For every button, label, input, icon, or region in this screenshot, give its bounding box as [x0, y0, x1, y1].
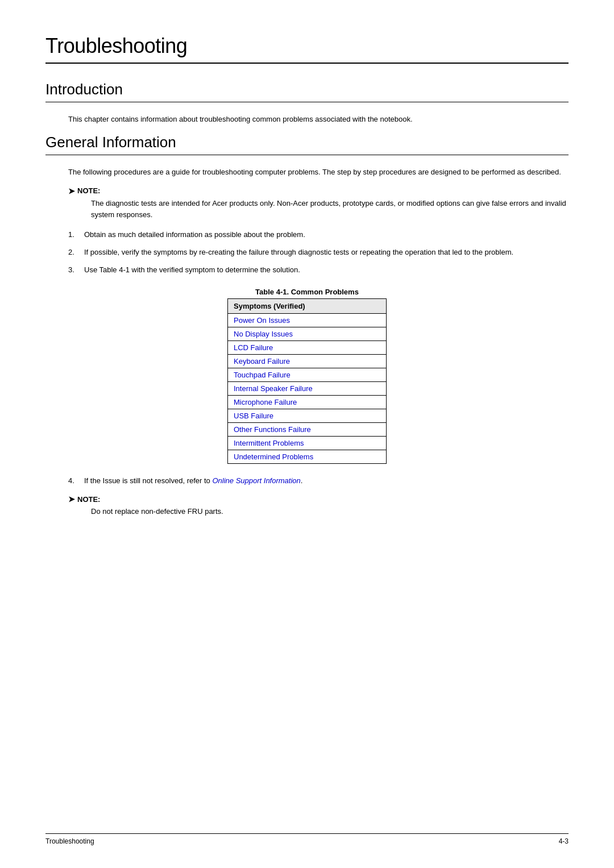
- introduction-heading: Introduction: [45, 81, 569, 98]
- table-link[interactable]: Intermittent Problems: [234, 439, 304, 447]
- table-link[interactable]: USB Failure: [234, 412, 273, 420]
- note1-heading: NOTE:: [77, 186, 100, 195]
- step-2-num: 2.: [68, 247, 80, 259]
- table-link[interactable]: Undetermined Problems: [234, 452, 313, 461]
- note2-heading: NOTE:: [77, 495, 100, 504]
- chapter-title-divider: [45, 63, 569, 64]
- step-2: 2. If possible, verify the symptoms by r…: [68, 247, 569, 259]
- note1-block: ➤ NOTE: The diagnostic tests are intende…: [45, 186, 569, 222]
- table-row: Touchpad Failure: [228, 368, 387, 381]
- general-information-intro: The following procedures are a guide for…: [68, 167, 569, 178]
- step-4-text-before: If the Issue is still not resolved, refe…: [84, 476, 212, 485]
- note1-content: The diagnostic tests are intended for Ac…: [91, 198, 569, 222]
- introduction-divider: [45, 102, 569, 102]
- table-cell[interactable]: Intermittent Problems: [228, 436, 387, 450]
- note2-label: ➤ NOTE:: [68, 495, 569, 504]
- table-link[interactable]: Microphone Failure: [234, 398, 297, 406]
- note1-label: ➤ NOTE:: [68, 186, 569, 196]
- page-footer: Troubleshooting 4-3: [45, 833, 569, 845]
- step-3-text: Use Table 4-1 with the verified symptom …: [84, 264, 300, 276]
- table-row: Microphone Failure: [228, 395, 387, 409]
- table-row: Power On Issues: [228, 313, 387, 327]
- step-4-container: 4. If the Issue is still not resolved, r…: [68, 475, 569, 487]
- table-cell[interactable]: USB Failure: [228, 409, 387, 422]
- table-row: Internal Speaker Failure: [228, 381, 387, 395]
- note2-content: Do not replace non-defective FRU parts.: [91, 506, 569, 518]
- table-row: Intermittent Problems: [228, 436, 387, 450]
- table-title: Table 4-1. Common Problems: [227, 288, 387, 296]
- table-row: No Display Issues: [228, 327, 387, 340]
- note2-arrow: ➤: [68, 495, 75, 504]
- table-cell[interactable]: LCD Failure: [228, 340, 387, 354]
- online-support-link[interactable]: Online Support Information: [212, 476, 300, 485]
- table-link[interactable]: Internal Speaker Failure: [234, 384, 313, 393]
- table-cell[interactable]: Other Functions Failure: [228, 422, 387, 436]
- step-1-text: Obtain as much detailed information as p…: [84, 229, 305, 241]
- step-2-text: If possible, verify the symptoms by re-c…: [84, 247, 513, 259]
- table-link[interactable]: No Display Issues: [234, 330, 293, 338]
- table-cell[interactable]: Touchpad Failure: [228, 368, 387, 381]
- table-column-header: Symptoms (Verified): [228, 298, 387, 313]
- step-3: 3. Use Table 4-1 with the verified sympt…: [68, 264, 569, 276]
- general-information-heading: General Information: [45, 134, 569, 151]
- note2-block: ➤ NOTE: Do not replace non-defective FRU…: [45, 495, 569, 518]
- table-link[interactable]: Power On Issues: [234, 316, 290, 325]
- note1-arrow: ➤: [68, 186, 75, 196]
- table-row: Keyboard Failure: [228, 354, 387, 368]
- steps-list: 1. Obtain as much detailed information a…: [68, 229, 569, 276]
- chapter-title: Troubleshooting: [45, 34, 569, 58]
- table-link[interactable]: Keyboard Failure: [234, 357, 290, 366]
- table-link[interactable]: Other Functions Failure: [234, 425, 311, 434]
- introduction-body: This chapter contains information about …: [68, 114, 569, 126]
- step-1: 1. Obtain as much detailed information a…: [68, 229, 569, 241]
- footer-right: 4-3: [559, 837, 569, 845]
- table-cell[interactable]: Microphone Failure: [228, 395, 387, 409]
- table-row: USB Failure: [228, 409, 387, 422]
- table-row: Other Functions Failure: [228, 422, 387, 436]
- page-container: Troubleshooting Introduction This chapte…: [45, 34, 569, 518]
- common-problems-table: Symptoms (Verified) Power On IssuesNo Di…: [227, 298, 387, 464]
- table-cell[interactable]: Power On Issues: [228, 313, 387, 327]
- table-row: Undetermined Problems: [228, 450, 387, 463]
- table-cell[interactable]: No Display Issues: [228, 327, 387, 340]
- table-container: Table 4-1. Common Problems Symptoms (Ver…: [227, 288, 387, 464]
- table-cell[interactable]: Undetermined Problems: [228, 450, 387, 463]
- table-cell[interactable]: Keyboard Failure: [228, 354, 387, 368]
- step-4-text: If the Issue is still not resolved, refe…: [84, 475, 302, 487]
- table-cell[interactable]: Internal Speaker Failure: [228, 381, 387, 395]
- step-3-num: 3.: [68, 264, 80, 276]
- step-4: 4. If the Issue is still not resolved, r…: [68, 475, 569, 487]
- step-4-text-after: .: [301, 476, 303, 485]
- table-link[interactable]: Touchpad Failure: [234, 371, 291, 379]
- step-1-num: 1.: [68, 229, 80, 241]
- footer-left: Troubleshooting: [45, 837, 94, 845]
- table-row: LCD Failure: [228, 340, 387, 354]
- table-link[interactable]: LCD Failure: [234, 343, 273, 352]
- step-4-num: 4.: [68, 475, 80, 487]
- general-information-divider: [45, 155, 569, 155]
